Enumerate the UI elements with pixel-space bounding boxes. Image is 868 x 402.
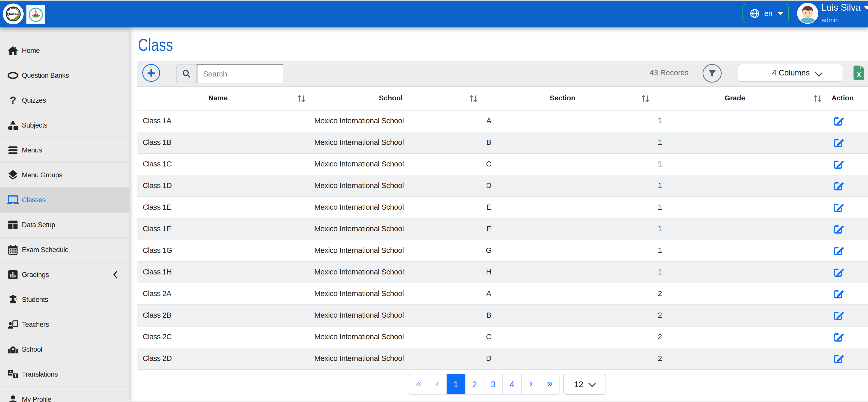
svg-text:A: A xyxy=(9,370,12,375)
svg-text:X: X xyxy=(857,71,861,78)
svg-text:Quizale: Quizale xyxy=(8,12,19,16)
